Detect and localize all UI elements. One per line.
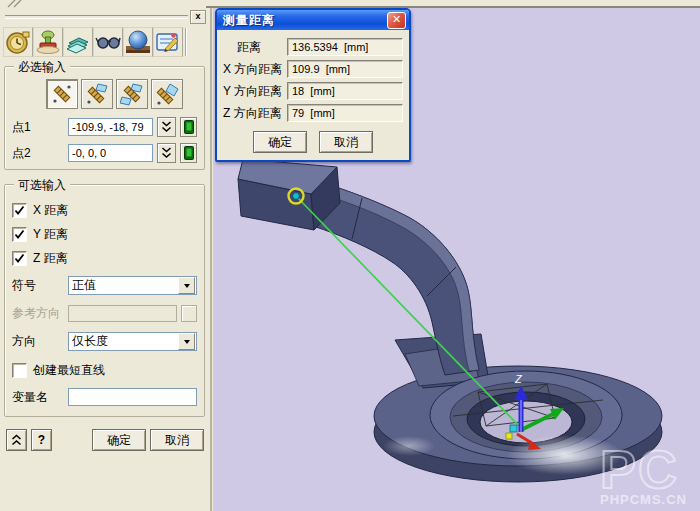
panel-toolbar (3, 25, 210, 58)
clock-tool-button[interactable] (3, 27, 33, 57)
optional-input-title: 可选输入 (14, 177, 70, 194)
point1-label: 点1 (12, 119, 64, 136)
clock-icon (5, 29, 31, 55)
green-display-icon (184, 120, 194, 134)
direction-row: 方向 仅长度 (12, 332, 197, 351)
point1-input[interactable]: -109.9, -18, 79 (68, 118, 153, 136)
measure-point-to-plane-button[interactable] (151, 79, 183, 109)
dropdown-arrow-icon[interactable] (178, 277, 195, 294)
sign-value: 正值 (69, 277, 178, 294)
application-window: x (0, 0, 700, 511)
direction-label: 方向 (12, 333, 64, 350)
dialog-body: 距离 136.5394 [mm] X 方向距离 109.9 [mm] Y 方向距… (217, 30, 409, 160)
double-chevron-down-icon (161, 147, 172, 159)
watermark-text: PHPCMS.CN (600, 492, 687, 507)
panel-ok-button[interactable]: 确定 (92, 429, 146, 451)
reference-direction-picker-button (181, 305, 197, 322)
reference-direction-row: 参考方向 (12, 305, 197, 322)
ruler-object-object-icon (120, 82, 144, 106)
curved-arm[interactable] (313, 182, 479, 375)
sphere-icon (125, 29, 151, 55)
required-input-title: 必选输入 (14, 59, 70, 76)
measure-point-to-point-button[interactable] (46, 79, 78, 109)
create-shortest-line-checkbox[interactable] (12, 363, 27, 378)
optional-input-group: 可选输入 X 距离 Y 距离 Z 距离 符号 (4, 184, 205, 417)
measure-distance-panel: x (0, 8, 212, 511)
specular-highlight (383, 436, 435, 456)
check-icon (14, 253, 25, 264)
toolbar-separator (185, 28, 186, 56)
check-icon (14, 229, 25, 240)
dialog-close-button[interactable]: ✕ (387, 12, 406, 29)
dropdown-arrow-icon[interactable] (178, 333, 195, 350)
help-button[interactable]: ? (31, 429, 52, 451)
glasses-tool-button[interactable] (93, 27, 123, 57)
grip-handle[interactable] (5, 15, 188, 19)
y-distance-row: Y 距离 (12, 227, 197, 242)
point2-constructor-button[interactable] (180, 143, 197, 163)
sign-dropdown[interactable]: 正值 (68, 276, 197, 295)
sign-label: 符号 (12, 277, 64, 294)
glasses-icon (95, 29, 121, 55)
direction-value: 仅长度 (69, 333, 178, 350)
z-axis-label: Z (514, 373, 523, 385)
y-direction-distance-field: 18 [mm] (287, 82, 403, 100)
ruler-point-point-icon (50, 82, 74, 106)
z-direction-distance-row: Z 方向距离 79 [mm] (223, 102, 403, 124)
origin-handle[interactable] (506, 433, 512, 439)
double-chevron-down-icon (161, 121, 172, 133)
point1-constructor-button[interactable] (180, 117, 197, 137)
dialog-cancel-button[interactable]: 取消 (319, 131, 373, 153)
z-distance-checkbox[interactable] (12, 251, 27, 266)
measure-object-to-object-button[interactable] (116, 79, 148, 109)
green-display-icon (184, 146, 194, 160)
dialog-buttons: 确定 取消 (223, 131, 403, 153)
distance-label: 距离 (223, 39, 287, 56)
distance-row: 距离 136.5394 [mm] (223, 36, 403, 58)
origin-handle[interactable] (510, 425, 517, 432)
check-icon (14, 205, 25, 216)
point1-row: 点1 -109.9, -18, 79 (12, 117, 197, 137)
point2-row: 点2 -0, 0, 0 (12, 143, 197, 163)
stamp-tool-button[interactable] (33, 27, 63, 57)
panel-footer: ? 确定 取消 (6, 429, 204, 451)
layers-icon (65, 29, 91, 55)
panel-grip-bar[interactable]: x (2, 9, 208, 24)
measure-type-buttons (46, 79, 199, 109)
x-distance-row: X 距离 (12, 203, 197, 218)
variable-name-label: 变量名 (12, 389, 64, 406)
measure-distance-dialog: 测量距离 ✕ 距离 136.5394 [mm] X 方向距离 109.9 [mm… (215, 8, 411, 162)
reference-direction-field (68, 305, 177, 322)
ruler-plane-icon (155, 82, 179, 106)
create-shortest-line-row: 创建最短直线 (12, 363, 197, 378)
y-distance-label: Y 距离 (33, 226, 68, 243)
direction-dropdown[interactable]: 仅长度 (68, 332, 197, 351)
collapse-panel-button[interactable] (6, 429, 27, 451)
watermark-logo: PC (600, 439, 679, 499)
watermark: PC PHPCMS.CN (600, 439, 687, 507)
variable-name-row: 变量名 (12, 388, 197, 406)
dialog-ok-button[interactable]: 确定 (253, 131, 307, 153)
point2-input[interactable]: -0, 0, 0 (68, 144, 153, 162)
z-direction-distance-label: Z 方向距离 (223, 105, 287, 122)
panel-close-button[interactable]: x (190, 10, 206, 24)
y-distance-checkbox[interactable] (12, 227, 27, 242)
reference-direction-label: 参考方向 (12, 305, 64, 322)
measure-point-to-object-button[interactable] (81, 79, 113, 109)
edit-note-tool-button[interactable] (153, 27, 183, 57)
x-distance-checkbox[interactable] (12, 203, 27, 218)
double-chevron-up-icon (11, 434, 22, 446)
z-distance-label: Z 距离 (33, 250, 68, 267)
point1-options-button[interactable] (157, 117, 176, 137)
x-direction-distance-label: X 方向距离 (223, 61, 287, 78)
point2-options-button[interactable] (157, 143, 176, 163)
dialog-title-bar[interactable]: 测量距离 ✕ (217, 10, 409, 30)
toolbar-grip-marks-icon (6, 0, 36, 8)
panel-cancel-button[interactable]: 取消 (150, 429, 204, 451)
x-direction-distance-field: 109.9 [mm] (287, 60, 403, 78)
layers-tool-button[interactable] (63, 27, 93, 57)
z-direction-distance-field: 79 [mm] (287, 104, 403, 122)
sphere-tool-button[interactable] (123, 27, 153, 57)
variable-name-input[interactable] (68, 388, 197, 406)
distance-value-field: 136.5394 [mm] (287, 38, 403, 56)
